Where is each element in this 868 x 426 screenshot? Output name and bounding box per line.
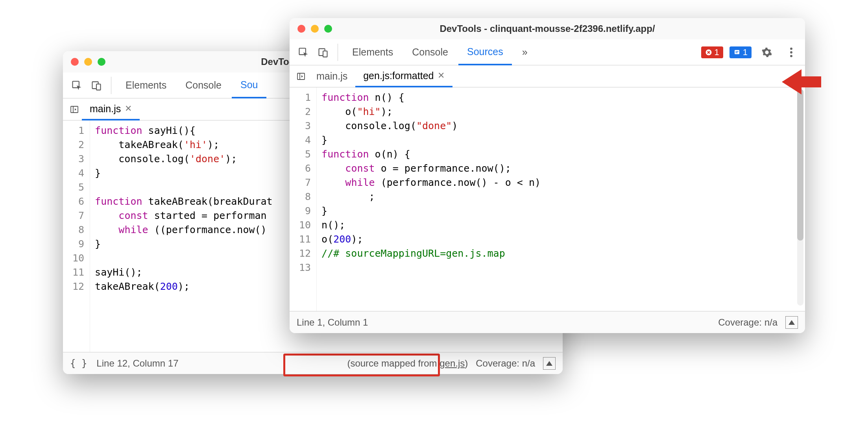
svg-rect-15 xyxy=(297,73,305,80)
annotation-arrow-icon xyxy=(780,66,823,98)
file-tabs: main.js gen.js:formatted ✕ xyxy=(290,65,805,87)
file-tab-label: main.js xyxy=(316,70,347,82)
traffic-close[interactable] xyxy=(71,58,79,66)
svg-rect-9 xyxy=(735,50,739,54)
statusbar: Line 1, Column 1 Coverage: n/a xyxy=(290,311,805,333)
tab-elements[interactable]: Elements xyxy=(344,39,402,65)
source-mapped-label[interactable]: (source mapped from gen.js) xyxy=(347,358,468,369)
file-tab-mainjs[interactable]: main.js ✕ xyxy=(82,99,140,120)
kebab-menu-icon[interactable] xyxy=(782,43,800,61)
pretty-print-button[interactable]: { } xyxy=(70,358,87,369)
coverage-label: Coverage: n/a xyxy=(718,317,778,328)
navigator-toggle-icon[interactable] xyxy=(67,100,82,119)
svg-rect-3 xyxy=(71,106,78,113)
expand-button[interactable] xyxy=(543,357,556,370)
traffic-zoom[interactable] xyxy=(98,58,105,66)
close-icon[interactable]: ✕ xyxy=(438,70,445,81)
device-toggle-icon[interactable] xyxy=(87,76,105,94)
traffic-zoom[interactable] xyxy=(324,25,332,33)
tab-more[interactable]: » xyxy=(513,39,536,65)
svg-rect-10 xyxy=(735,51,739,52)
close-icon[interactable]: ✕ xyxy=(125,104,132,114)
titlebar[interactable]: DevTools - clinquant-mousse-2f2396.netli… xyxy=(290,18,805,39)
source-map-link[interactable]: gen.js xyxy=(440,358,465,369)
line-gutter: 1 2 3 4 5 6 7 8 9 10 11 12 xyxy=(63,120,90,352)
traffic-minimize[interactable] xyxy=(84,58,92,66)
tab-console[interactable]: Console xyxy=(177,72,230,98)
scrollbar-thumb[interactable] xyxy=(797,89,803,241)
file-tab-genjs[interactable]: gen.js:formatted ✕ xyxy=(355,66,452,87)
inspect-icon[interactable] xyxy=(68,76,86,94)
traffic-close[interactable] xyxy=(297,25,305,33)
coverage-label: Coverage: n/a xyxy=(476,358,535,369)
toolbar: Elements Console Sources » 1 1 xyxy=(290,39,805,65)
issues-badge[interactable]: 1 xyxy=(729,46,752,58)
inspect-icon[interactable] xyxy=(294,43,312,61)
statusbar: { } Line 12, Column 17 (source mapped fr… xyxy=(63,352,563,374)
svg-rect-7 xyxy=(323,51,327,57)
tab-sources[interactable]: Sou xyxy=(232,73,266,98)
traffic-minimize[interactable] xyxy=(311,25,319,33)
code-editor[interactable]: 1 2 3 4 5 6 7 8 9 10 11 12 13 function n… xyxy=(290,87,805,311)
file-tab-mainjs[interactable]: main.js xyxy=(308,65,355,87)
scrollbar[interactable] xyxy=(797,89,803,306)
cursor-position: Line 1, Column 1 xyxy=(297,317,368,328)
file-tab-label: main.js xyxy=(90,103,121,115)
line-gutter: 1 2 3 4 5 6 7 8 9 10 11 12 13 xyxy=(290,87,317,311)
expand-button[interactable] xyxy=(785,316,798,329)
code-content[interactable]: function n() { o("hi"); console.log("don… xyxy=(317,87,805,311)
svg-rect-2 xyxy=(96,84,101,90)
tab-console[interactable]: Console xyxy=(403,39,457,65)
cursor-position: Line 12, Column 17 xyxy=(96,358,178,369)
gear-icon[interactable] xyxy=(758,43,776,61)
svg-point-13 xyxy=(790,51,792,54)
window-title: DevTools - clinquant-mousse-2f2396.netli… xyxy=(290,23,805,34)
file-tab-label: gen.js:formatted xyxy=(363,70,434,81)
tab-elements[interactable]: Elements xyxy=(117,72,175,98)
svg-rect-11 xyxy=(735,52,737,53)
device-toggle-icon[interactable] xyxy=(314,43,332,61)
devtools-window-front: DevTools - clinquant-mousse-2f2396.netli… xyxy=(290,18,805,333)
svg-point-12 xyxy=(790,47,792,50)
error-badge[interactable]: 1 xyxy=(701,46,723,58)
tab-sources[interactable]: Sources xyxy=(458,40,512,65)
svg-point-14 xyxy=(790,55,792,57)
navigator-toggle-icon[interactable] xyxy=(294,67,308,85)
